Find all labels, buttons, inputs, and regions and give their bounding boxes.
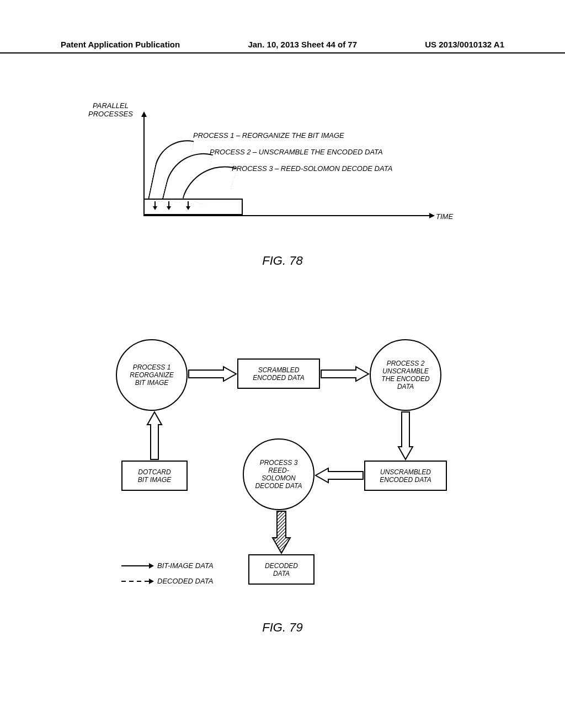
legend-arrowhead-2 [149, 579, 154, 584]
tick-head-1 [153, 206, 157, 210]
legend-arrowhead-1 [149, 563, 154, 569]
page-header: Patent Application Publication Jan. 10, … [0, 40, 565, 53]
arrow-unscrambled-to-p3 [315, 467, 364, 484]
scrambled-box: SCRAMBLED ENCODED DATA [237, 358, 320, 389]
figure-78-caption: FIG. 78 [0, 254, 565, 268]
legend-line-dashed [121, 581, 149, 582]
process-3-circle: PROCESS 3 REED- SOLOMON DECODE DATA [243, 438, 315, 510]
figure-79-caption: FIG. 79 [0, 620, 565, 635]
legend-bit-image: BIT-IMAGE DATA [157, 561, 214, 570]
legend-decoded: DECODED DATA [157, 577, 213, 585]
arrow-p2-to-unscrambled [397, 411, 414, 461]
tick-head-3 [186, 206, 190, 210]
dotcard-box: DOTCARD BIT IMAGE [121, 461, 188, 491]
x-axis-arrow [143, 215, 430, 216]
arrow-scrambled-to-p2 [320, 366, 370, 382]
arrow-p1-to-scrambled [188, 366, 237, 382]
header-right: US 2013/0010132 A1 [425, 40, 504, 49]
process-2-circle: PROCESS 2 UNSCRAMBLE THE ENCODED DATA [370, 339, 441, 411]
process-2-label: PROCESS 2 – UNSCRAMBLE THE ENCODED DATA [210, 148, 383, 156]
process-1-label: PROCESS 1 – REORGANIZE THE BIT IMAGE [193, 131, 344, 140]
header-left: Patent Application Publication [61, 40, 180, 49]
decoded-box: DECODED DATA [248, 554, 315, 585]
process-3-label: PROCESS 3 – REED-SOLOMON DECODE DATA [232, 164, 392, 173]
figure-79: PROCESS 1 REORGANIZE BIT IMAGE SCRAMBLED… [99, 328, 475, 637]
x-axis-label: TIME [436, 212, 453, 221]
header-mid: Jan. 10, 2013 Sheet 44 of 77 [248, 40, 357, 49]
figure-78: PARALLEL PROCESSES TIME PROCESS 1 – REOR… [105, 105, 458, 248]
unscrambled-box: UNSCRAMBLED ENCODED DATA [364, 461, 447, 491]
legend-line-solid [121, 565, 149, 566]
process-1-circle: PROCESS 1 REORGANIZE BIT IMAGE [116, 339, 188, 411]
arrow-p3-to-decoded [270, 510, 292, 554]
y-axis-label: PARALLEL PROCESSES [88, 101, 133, 118]
tick-head-2 [167, 206, 171, 210]
arrow-dotcard-to-p1 [146, 411, 163, 461]
